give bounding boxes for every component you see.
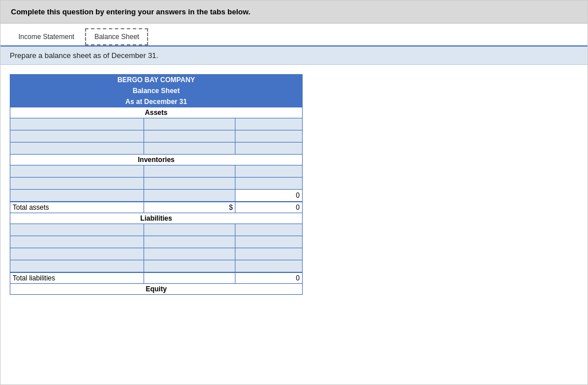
instruction-text: Complete this question by entering your …: [11, 7, 250, 16]
liab-row-3-mid-input[interactable]: [146, 249, 233, 259]
liab-row-4-right[interactable]: [235, 260, 303, 273]
inv-row-2: [10, 178, 303, 190]
inv-row-3: 0: [10, 190, 303, 202]
equity-header-row: Equity: [10, 284, 303, 295]
sub-instruction-text: Prepare a balance sheet as of December 3…: [10, 51, 158, 60]
asset-row-2-mid-input[interactable]: [146, 132, 233, 141]
inv-row-1-right[interactable]: [235, 165, 303, 178]
liab-row-4-label-input[interactable]: [13, 261, 141, 271]
total-liabilities-label: Total liabilities: [10, 272, 144, 284]
liab-row-1-mid[interactable]: [144, 224, 235, 236]
total-liabilities-row: Total liabilities 0: [10, 272, 303, 284]
bs-date: As at December 31: [125, 98, 187, 106]
tab-balance-sheet-label: Balance Sheet: [94, 33, 139, 41]
liab-row-3: [10, 248, 303, 260]
asset-row-1: [10, 118, 303, 130]
asset-row-2-label-input[interactable]: [13, 132, 141, 141]
liab-row-4-mid[interactable]: [144, 260, 235, 273]
asset-row-1-label-input[interactable]: [13, 120, 141, 129]
liab-row-2-label-input[interactable]: [13, 237, 141, 247]
bs-date-cell: As at December 31: [10, 97, 303, 107]
inv-row-3-right-value: 0: [296, 191, 300, 199]
asset-row-2-mid[interactable]: [144, 130, 235, 143]
liab-row-3-right[interactable]: [235, 248, 303, 260]
tab-balance-sheet[interactable]: Balance Sheet: [85, 28, 148, 45]
inv-row-2-mid[interactable]: [144, 178, 235, 190]
inv-row-2-label-input[interactable]: [13, 179, 141, 188]
asset-row-2-right[interactable]: [235, 130, 303, 143]
total-assets-row: Total assets $ 0: [10, 202, 303, 213]
inv-row-1: [10, 165, 303, 178]
liab-row-3-label-input[interactable]: [13, 249, 141, 259]
asset-row-3-mid[interactable]: [144, 143, 235, 155]
inv-row-3-mid[interactable]: [144, 190, 235, 202]
inv-row-1-mid[interactable]: [144, 165, 235, 178]
liab-row-3-mid[interactable]: [144, 248, 235, 260]
asset-row-3-right[interactable]: [235, 143, 303, 155]
asset-row-1-mid-input[interactable]: [146, 120, 233, 129]
liabilities-header-row: Liabilities: [10, 213, 303, 224]
company-name-row: BERGO BAY COMPANY: [10, 75, 303, 86]
liab-row-1-right-input[interactable]: [238, 225, 300, 234]
asset-row-1-right[interactable]: [235, 118, 303, 130]
bs-title-cell: Balance Sheet: [10, 86, 303, 97]
liab-row-4-label[interactable]: [10, 260, 144, 273]
bs-title: Balance Sheet: [133, 87, 180, 95]
inv-row-2-label[interactable]: [10, 178, 144, 190]
total-assets-prefix: $: [144, 202, 235, 213]
total-assets-value: 0: [235, 202, 303, 213]
asset-row-2-label[interactable]: [10, 130, 144, 143]
inv-row-1-right-input[interactable]: [238, 167, 300, 176]
tab-income-statement[interactable]: Income Statement: [10, 29, 83, 45]
liab-row-2-mid[interactable]: [144, 236, 235, 248]
asset-row-3-label[interactable]: [10, 143, 144, 155]
liab-row-4-right-input[interactable]: [238, 261, 300, 271]
liab-row-4: [10, 260, 303, 273]
liab-row-1: [10, 224, 303, 236]
equity-label: Equity: [146, 285, 167, 293]
asset-row-1-label[interactable]: [10, 118, 144, 130]
inv-row-2-right[interactable]: [235, 178, 303, 190]
liab-row-4-mid-input[interactable]: [146, 261, 233, 271]
assets-label: Assets: [145, 109, 167, 117]
inv-row-3-right: 0: [235, 190, 303, 202]
total-liabilities-value: 0: [235, 272, 303, 284]
asset-row-2-right-input[interactable]: [238, 132, 300, 141]
sub-instruction: Prepare a balance sheet as of December 3…: [1, 47, 587, 65]
liab-row-2-right-input[interactable]: [238, 237, 300, 247]
asset-row-2: [10, 130, 303, 143]
bs-title-row: Balance Sheet: [10, 86, 303, 97]
asset-row-3-mid-input[interactable]: [146, 144, 233, 153]
inv-row-1-label-input[interactable]: [13, 167, 141, 176]
balance-sheet-container: BERGO BAY COMPANY Balance Sheet As at De…: [1, 65, 587, 304]
liab-row-2-label[interactable]: [10, 236, 144, 248]
liab-row-2-right[interactable]: [235, 236, 303, 248]
equity-label-cell: Equity: [10, 284, 303, 295]
inv-row-2-right-input[interactable]: [238, 179, 300, 188]
assets-label-cell: Assets: [10, 107, 303, 118]
inv-row-3-label-input[interactable]: [13, 191, 141, 200]
liab-row-3-label[interactable]: [10, 248, 144, 260]
inventories-label-cell: Inventories: [10, 155, 303, 165]
asset-row-1-mid[interactable]: [144, 118, 235, 130]
asset-row-3-label-input[interactable]: [13, 144, 141, 153]
liabilities-label-cell: Liabilities: [10, 213, 303, 224]
inv-row-3-label[interactable]: [10, 190, 144, 202]
bs-date-row: As at December 31: [10, 97, 303, 107]
inv-row-1-mid-input[interactable]: [146, 167, 233, 176]
inv-row-1-label[interactable]: [10, 165, 144, 178]
inv-row-2-mid-input[interactable]: [146, 179, 233, 188]
tab-income-statement-label: Income Statement: [18, 33, 74, 41]
asset-row-3: [10, 143, 303, 155]
liab-row-3-right-input[interactable]: [238, 249, 300, 259]
main-container: Complete this question by entering your …: [0, 0, 588, 385]
liab-row-1-label-input[interactable]: [13, 225, 141, 234]
liab-row-1-mid-input[interactable]: [146, 225, 233, 234]
asset-row-3-right-input[interactable]: [238, 144, 300, 153]
inv-row-3-mid-input[interactable]: [146, 191, 233, 200]
liab-row-1-label[interactable]: [10, 224, 144, 236]
asset-row-1-right-input[interactable]: [238, 120, 300, 129]
liab-row-2: [10, 236, 303, 248]
liab-row-2-mid-input[interactable]: [146, 237, 233, 247]
liab-row-1-right[interactable]: [235, 224, 303, 236]
